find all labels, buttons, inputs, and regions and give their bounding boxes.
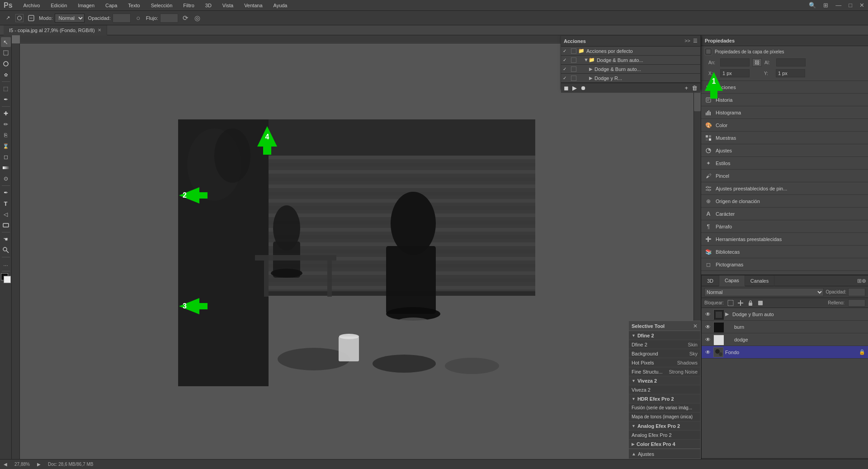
marquee-tool-btn[interactable] bbox=[1, 48, 11, 58]
dodge-tool-btn[interactable]: ⊙ bbox=[1, 174, 11, 184]
st-group-hdr[interactable]: ▼ HDR Efex Pro 2 bbox=[629, 394, 700, 403]
layer-vis-3[interactable]: 👁 bbox=[704, 349, 712, 356]
new-action-btn[interactable]: + bbox=[684, 85, 688, 91]
pressure-icon[interactable]: ◎ bbox=[193, 14, 202, 22]
chain-btn[interactable]: ⛓ bbox=[752, 58, 762, 66]
tab-canales[interactable]: Canales bbox=[745, 275, 774, 286]
st-analog-row-0[interactable]: Analog Efex Pro 2 bbox=[629, 431, 700, 440]
ana-input[interactable] bbox=[720, 58, 750, 66]
airbrush-icon[interactable]: ○ bbox=[134, 14, 142, 22]
st-background-row[interactable]: Background Sky bbox=[629, 349, 700, 358]
group-expand-icon[interactable]: ▶ bbox=[725, 311, 729, 317]
maximize-icon[interactable]: □ bbox=[849, 2, 852, 9]
record-btn[interactable]: ⏺ bbox=[580, 85, 586, 91]
st-viveza-row-0[interactable]: Viveza 2 bbox=[629, 385, 700, 394]
st-hdr-row-1[interactable]: Mapa de tonos (imagen única) bbox=[629, 412, 700, 422]
acciones-row-0[interactable]: ✓ 📁 Acciones por defecto bbox=[561, 47, 700, 56]
brush-tool-btn[interactable]: ✏ bbox=[1, 119, 11, 129]
status-nav-left[interactable]: ◀ bbox=[4, 462, 7, 467]
layer-row-fondo[interactable]: 👁 Fondo 🔒 bbox=[702, 346, 868, 359]
alt-input[interactable] bbox=[776, 58, 806, 66]
menu-imagen[interactable]: Imagen bbox=[76, 2, 96, 9]
acciones-row-3[interactable]: ✓ ▶ Dodge y R... bbox=[561, 74, 700, 83]
hand-tool-btn[interactable]: ☚ bbox=[1, 234, 11, 244]
st-hdr-row-0[interactable]: Fusión (serie de varias imág... bbox=[629, 403, 700, 412]
eyedropper-tool-btn[interactable]: ✒ bbox=[1, 95, 11, 104]
acciones-row-1[interactable]: ✓ ▼📁 Dodge & Burn auto... bbox=[561, 56, 700, 65]
panel-section-muestras[interactable]: Muestras bbox=[701, 132, 868, 144]
brush-settings-icon[interactable] bbox=[27, 14, 35, 22]
mode-select[interactable]: Normal bbox=[55, 14, 85, 23]
st-group-analog[interactable]: ▼ Analog Efex Pro 2 bbox=[629, 422, 700, 431]
menu-seleccion[interactable]: Selección bbox=[149, 2, 175, 9]
path-select-btn[interactable]: ◁ bbox=[1, 209, 11, 219]
panel-section-pincel[interactable]: 🖌 Pincel bbox=[701, 170, 868, 182]
tab-3d[interactable]: 3D bbox=[702, 275, 719, 286]
lock-transparent-icon[interactable] bbox=[727, 300, 734, 306]
layer-vis-1[interactable]: 👁 bbox=[704, 323, 712, 331]
clone-stamp-btn[interactable]: ⎘ bbox=[1, 130, 11, 140]
menu-3d[interactable]: 3D bbox=[203, 2, 213, 9]
panel-section-caracter[interactable]: A Carácter bbox=[701, 208, 868, 220]
healing-brush-btn[interactable]: ✚ bbox=[1, 109, 11, 118]
status-nav-right[interactable]: ▶ bbox=[37, 462, 41, 467]
brush-options-icon[interactable] bbox=[15, 14, 24, 22]
lock-image-icon[interactable] bbox=[747, 300, 754, 306]
st-group-colorefex[interactable]: ▶ Color Efex Pro 4 bbox=[629, 440, 700, 449]
menu-capa[interactable]: Capa bbox=[104, 2, 119, 9]
active-tab[interactable]: I5 - copia.jpg al 27,9% (Fondo, RGB/8) ✕ bbox=[4, 25, 107, 35]
acciones-menu-btn[interactable]: >> bbox=[684, 38, 690, 44]
crop-tool-btn[interactable]: ⬚ bbox=[1, 84, 11, 94]
lasso-tool-btn[interactable] bbox=[1, 59, 11, 69]
tab-capas[interactable]: Capas bbox=[719, 275, 745, 286]
quick-select-tool-btn[interactable]: ✿ bbox=[1, 70, 11, 80]
shape-tool-btn[interactable] bbox=[1, 220, 11, 230]
history-brush-btn[interactable]: ⌛ bbox=[1, 141, 11, 151]
pen-tool-btn[interactable]: ✒ bbox=[1, 188, 11, 198]
arrange-icon[interactable]: ⊞ bbox=[823, 2, 828, 9]
play-btn[interactable]: ▶ bbox=[572, 85, 577, 91]
background-color[interactable] bbox=[4, 276, 11, 283]
panel-section-herramientas[interactable]: Herramientas preestablecidas bbox=[701, 233, 868, 246]
acciones-row-2[interactable]: ✓ ▶ Dodge & Burn auto... bbox=[561, 65, 700, 74]
stop-btn[interactable]: ◼ bbox=[564, 85, 569, 91]
tab-close-button[interactable]: ✕ bbox=[98, 28, 101, 33]
menu-filtro[interactable]: Filtro bbox=[181, 2, 196, 9]
menu-archivo[interactable]: Archivo bbox=[22, 2, 42, 9]
panel-section-ajustes[interactable]: Ajustes bbox=[701, 144, 868, 157]
minimize-icon[interactable]: — bbox=[835, 2, 841, 9]
panel-section-origen[interactable]: ⊕ Origen de clonación bbox=[701, 195, 868, 208]
layer-vis-2[interactable]: 👁 bbox=[704, 336, 712, 343]
opacity-input[interactable]: 42% bbox=[113, 14, 131, 23]
smoothing-icon[interactable]: ⟳ bbox=[182, 14, 190, 22]
lock-all-icon[interactable] bbox=[757, 300, 764, 306]
menu-ayuda[interactable]: Ayuda bbox=[272, 2, 289, 9]
acciones-options-btn[interactable]: ☰ bbox=[693, 38, 698, 44]
color-swatches[interactable] bbox=[1, 273, 11, 283]
move-tool-btn[interactable]: ↖ bbox=[1, 37, 11, 47]
y-input[interactable] bbox=[776, 69, 805, 77]
layer-row-burn[interactable]: 👁 burn bbox=[702, 321, 868, 333]
panel-section-parrafo[interactable]: ¶ Párrafo bbox=[701, 220, 868, 233]
lock-position-icon[interactable] bbox=[737, 300, 744, 306]
gradient-tool-btn[interactable] bbox=[1, 163, 11, 173]
eraser-tool-btn[interactable]: ◻ bbox=[1, 152, 11, 162]
panel-section-historia[interactable]: Historia bbox=[701, 94, 868, 106]
layer-vis-0[interactable]: 👁 bbox=[704, 311, 712, 318]
panel-section-ajustes-preest[interactable]: Ajustes preestablecidos de pin... bbox=[701, 182, 868, 195]
relleno-input[interactable]: 100% bbox=[848, 299, 865, 307]
selective-tool-close-btn[interactable]: ✕ bbox=[693, 323, 698, 329]
st-finestruct-row[interactable]: Fine Structu... Strong Noise bbox=[629, 367, 700, 376]
layer-row-dodge[interactable]: 👁 dodge bbox=[702, 333, 868, 346]
flow-input[interactable]: 63% bbox=[160, 14, 178, 23]
panel-section-pictogramas[interactable]: ◻ Pictogramas bbox=[701, 258, 868, 271]
selective-tool-footer[interactable]: ▲ Ajustes bbox=[629, 449, 700, 459]
opacity-input-layers[interactable]: 100% bbox=[848, 288, 865, 296]
blend-mode-select[interactable]: Normal bbox=[704, 288, 824, 296]
st-group-viveza[interactable]: ▼ Viveza 2 bbox=[629, 376, 700, 385]
layers-tab-icons[interactable]: ⊞⊕ bbox=[855, 278, 868, 284]
panel-section-color[interactable]: 🎨 Color bbox=[701, 119, 868, 132]
panel-section-acciones[interactable]: ▶ Acciones bbox=[701, 81, 868, 94]
text-tool-btn[interactable]: T bbox=[1, 199, 11, 208]
menu-ventana[interactable]: Ventana bbox=[242, 2, 264, 9]
